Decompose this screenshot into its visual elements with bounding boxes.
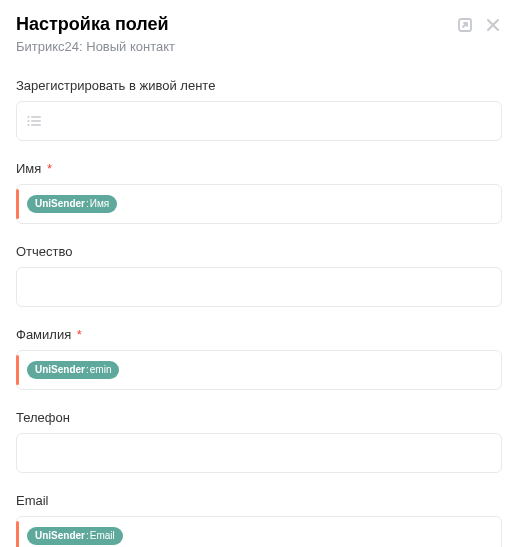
dialog-title: Настройка полей	[16, 14, 456, 35]
dialog-header: Настройка полей Битрикс24: Новый контакт	[16, 14, 502, 78]
close-icon[interactable]	[484, 16, 502, 34]
field-label-feed: Зарегистрировать в живой ленте	[16, 78, 502, 93]
middle-name-input[interactable]	[16, 267, 502, 307]
header-actions	[456, 16, 502, 34]
field-label-phone: Телефон	[16, 410, 502, 425]
svg-point-3	[28, 120, 30, 122]
field-first-name: Имя * UniSender: Имя	[16, 161, 502, 224]
field-last-name: Фамилия * UniSender: emin	[16, 327, 502, 390]
mapping-tag[interactable]: UniSender: Email	[27, 527, 123, 545]
email-input[interactable]: UniSender: Email	[16, 516, 502, 547]
field-label-first-name: Имя *	[16, 161, 502, 176]
mapping-tag[interactable]: UniSender: Имя	[27, 195, 117, 213]
expand-icon[interactable]	[456, 16, 474, 34]
field-feed: Зарегистрировать в живой ленте	[16, 78, 502, 141]
tag-sep: :	[86, 364, 89, 376]
field-email: Email UniSender: Email	[16, 493, 502, 547]
svg-point-5	[28, 124, 30, 126]
svg-rect-4	[31, 120, 41, 121]
tag-name: Email	[90, 530, 115, 542]
svg-rect-2	[31, 116, 41, 117]
tag-source: UniSender	[35, 198, 85, 210]
dialog-subtitle: Битрикс24: Новый контакт	[16, 39, 456, 54]
tag-sep: :	[86, 198, 89, 210]
field-label-email: Email	[16, 493, 502, 508]
field-label-last-name: Фамилия *	[16, 327, 502, 342]
required-mark: *	[77, 327, 82, 342]
phone-input[interactable]	[16, 433, 502, 473]
mapping-tag[interactable]: UniSender: emin	[27, 361, 119, 379]
feed-input[interactable]	[16, 101, 502, 141]
label-text: Фамилия	[16, 327, 71, 342]
last-name-input[interactable]: UniSender: emin	[16, 350, 502, 390]
first-name-input[interactable]: UniSender: Имя	[16, 184, 502, 224]
tag-name: emin	[90, 364, 112, 376]
tag-source: UniSender	[35, 530, 85, 542]
field-label-middle-name: Отчество	[16, 244, 502, 259]
svg-rect-6	[31, 124, 41, 125]
required-mark: *	[47, 161, 52, 176]
label-text: Имя	[16, 161, 41, 176]
tag-name: Имя	[90, 198, 109, 210]
header-text: Настройка полей Битрикс24: Новый контакт	[16, 14, 456, 78]
field-phone: Телефон	[16, 410, 502, 473]
svg-point-1	[28, 116, 30, 118]
field-middle-name: Отчество	[16, 244, 502, 307]
tag-sep: :	[86, 530, 89, 542]
list-icon	[27, 115, 41, 127]
tag-source: UniSender	[35, 364, 85, 376]
